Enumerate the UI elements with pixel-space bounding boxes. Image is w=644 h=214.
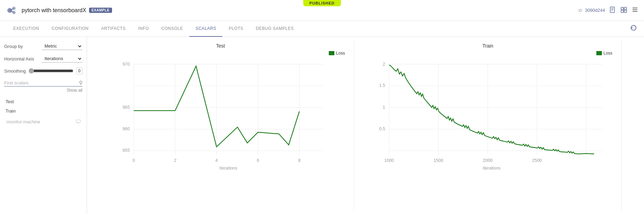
svg-text:2: 2	[174, 158, 176, 163]
test-chart-title: Test	[216, 43, 225, 49]
svg-text:1500: 1500	[434, 158, 444, 163]
menu-icon[interactable]	[631, 6, 638, 14]
refresh-icon[interactable]	[630, 24, 637, 33]
smoothing-value: 0	[76, 67, 82, 74]
tab-debug-samples[interactable]: DEBUG SAMPLES	[249, 21, 300, 37]
svg-text:970: 970	[122, 62, 130, 67]
horizontal-axis-row: Horizontal Axis Iterations	[4, 55, 82, 63]
find-scalars-input[interactable]	[4, 80, 79, 85]
svg-rect-5	[610, 7, 614, 13]
svg-rect-10	[624, 7, 627, 10]
train-chart-svg-wrap: 2 1 0.5 1.5 1000 1500 2000 2500 Iteratio…	[360, 56, 615, 174]
test-chart-svg-wrap: 970 965 960 955 0 2 4 6 8 Iterations	[93, 56, 348, 174]
svg-text:Iterations: Iterations	[220, 166, 237, 171]
svg-text:960: 960	[122, 126, 130, 131]
svg-text:2000: 2000	[483, 158, 493, 163]
example-badge: EXAMPLE	[89, 8, 112, 13]
svg-text:965: 965	[122, 105, 130, 110]
scalar-item-test[interactable]: Test	[4, 97, 82, 106]
svg-text:1.5: 1.5	[379, 83, 385, 88]
group-by-row: Group by Metric	[4, 42, 82, 50]
id-label: ID	[579, 8, 582, 13]
find-scalars-row: ⚲	[4, 80, 82, 87]
train-chart-svg: 2 1 0.5 1.5 1000 1500 2000 2500 Iteratio…	[360, 56, 615, 174]
svg-rect-9	[621, 7, 623, 10]
svg-text:2: 2	[383, 62, 385, 67]
svg-text:Iterations: Iterations	[483, 166, 501, 171]
smoothing-slider[interactable]	[29, 68, 73, 74]
show-all[interactable]: Show all	[4, 88, 82, 93]
app-logo	[6, 4, 18, 17]
smoothing-row: Smoothing 0	[4, 67, 82, 74]
svg-text:0.5: 0.5	[379, 126, 385, 131]
tab-info[interactable]: INFO	[132, 21, 155, 37]
svg-rect-11	[621, 10, 623, 13]
svg-text:2500: 2500	[532, 158, 542, 163]
svg-text:4: 4	[215, 158, 218, 163]
main-layout: Group by Metric Horizontal Axis Iteratio…	[0, 37, 644, 214]
group-by-select[interactable]: Metric	[42, 42, 82, 50]
tab-plots[interactable]: PLOTS	[222, 21, 249, 37]
svg-text:8: 8	[298, 158, 301, 163]
svg-text:0: 0	[133, 158, 135, 163]
test-legend-label: Loss	[336, 51, 345, 56]
doc-icon[interactable]	[609, 6, 616, 14]
tab-scalars[interactable]: SCALARS	[189, 21, 223, 37]
test-chart-panel: Test Loss	[87, 40, 354, 211]
nav-tabs: EXECUTION CONFIGURATION ARTIFACTS INFO C…	[0, 21, 644, 37]
svg-text:1000: 1000	[384, 158, 394, 163]
scalar-item-train[interactable]: Train	[4, 106, 82, 116]
published-badge: PUBLISHED	[303, 0, 341, 6]
layout-icon[interactable]	[620, 6, 627, 14]
app-title: pytorch with tensorboardX	[22, 7, 86, 14]
charts-area: Test Loss	[87, 37, 644, 214]
test-chart-legend: Loss	[329, 51, 345, 56]
header-id-label: ID 3090d244	[579, 8, 605, 13]
header-right: ID 3090d244	[579, 6, 638, 14]
train-legend-label: Loss	[604, 51, 612, 56]
horizontal-axis-label: Horizontal Axis	[4, 56, 39, 61]
monitor-label: :monitor:machine	[6, 119, 40, 124]
tab-execution[interactable]: EXECUTION	[7, 21, 46, 37]
tab-console[interactable]: CONSOLE	[155, 21, 189, 37]
svg-text:6: 6	[257, 158, 259, 163]
tab-artifacts[interactable]: ARTIFACTS	[95, 21, 132, 37]
test-chart-svg: 970 965 960 955 0 2 4 6 8 Iterations	[93, 56, 348, 174]
monitor-icon	[75, 118, 81, 125]
train-legend-box	[596, 51, 602, 55]
svg-text:1: 1	[383, 105, 385, 110]
svg-text:955: 955	[122, 148, 130, 153]
monitor-row: :monitor:machine	[4, 117, 82, 126]
id-value: 3090d244	[585, 8, 605, 13]
smoothing-label: Smoothing	[4, 68, 26, 74]
train-chart-legend: Loss	[596, 51, 612, 56]
svg-rect-12	[624, 10, 627, 13]
test-legend-box	[329, 51, 334, 55]
search-icon: ⚲	[79, 80, 82, 85]
sidebar: Group by Metric Horizontal Axis Iteratio…	[0, 37, 87, 214]
train-chart-title: Train	[483, 43, 493, 49]
train-chart-panel: Train Loss	[354, 40, 621, 211]
tab-configuration[interactable]: CONFIGURATION	[46, 21, 95, 37]
group-by-label: Group by	[4, 44, 39, 49]
horizontal-axis-select[interactable]: Iterations	[42, 55, 82, 63]
